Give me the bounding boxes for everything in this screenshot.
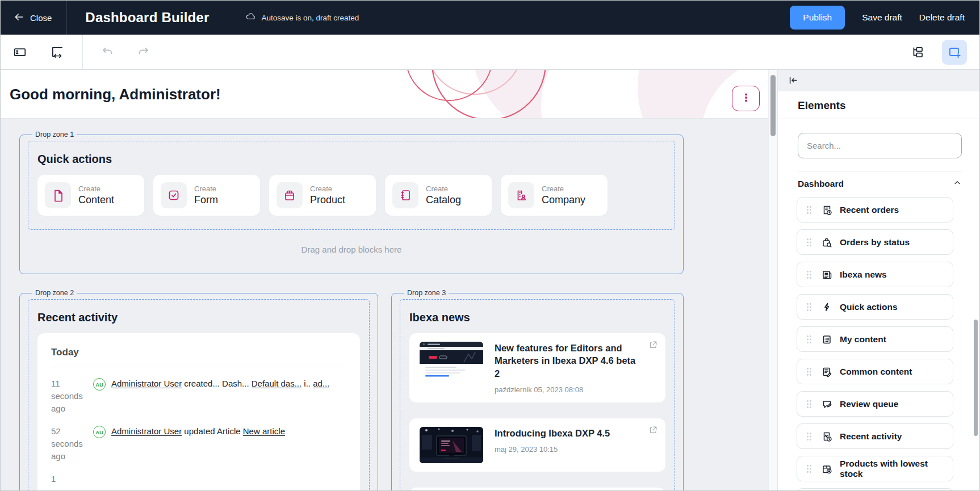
panel-resize-icon[interactable]: [46, 41, 69, 64]
element-orders-by-status[interactable]: Orders by status: [797, 229, 953, 255]
news-thumbnail: [420, 427, 483, 463]
dropzone-3[interactable]: Drop zone 3 Ibexa news New features for …: [391, 289, 684, 490]
drag-handle-icon[interactable]: [806, 238, 812, 247]
activity-entry: 52 seconds ago AU Administrator User upd…: [51, 425, 346, 463]
element-common-content[interactable]: Common content: [797, 359, 953, 384]
builder-toolbar: [1, 35, 979, 70]
news-item[interactable]: Ibexa DXP 4.4: A New Dawn for B2B Ecomme…: [409, 488, 665, 490]
undo-icon[interactable]: [97, 41, 119, 64]
news-item[interactable]: Introducing Ibexa DXP 4.5 maj 29, 2023 1…: [409, 418, 665, 472]
elements-panel: Elements Dashboard Recent orders: [777, 70, 979, 490]
create-product-card[interactable]: CreateProduct: [269, 175, 376, 216]
drag-handle-icon[interactable]: [806, 303, 812, 312]
document-clock-icon: [821, 204, 832, 216]
recent-activity-block[interactable]: Recent activity Today 11 seconds ago AU …: [28, 299, 370, 490]
dropzone-2[interactable]: Drop zone 2 Recent activity Today 11 sec…: [19, 289, 378, 490]
element-products-lowest-stock[interactable]: Products with lowest stock: [797, 456, 953, 481]
create-form-card[interactable]: CreateForm: [153, 175, 260, 216]
kebab-icon: [741, 93, 751, 104]
activity-group-label: Today: [51, 347, 346, 358]
element-review-queue[interactable]: Review queue: [797, 391, 953, 417]
add-section-icon[interactable]: [942, 40, 967, 65]
dropzones-area: Drop zone 1 Quick actions CreateContent: [1, 131, 768, 490]
section-dashboard[interactable]: Dashboard: [798, 178, 962, 190]
element-label: Orders by status: [840, 237, 910, 247]
dropzone-2-label: Drop zone 2: [32, 289, 77, 297]
drag-handle-icon[interactable]: [806, 270, 812, 279]
divider: [51, 367, 346, 367]
main-content: Good morning, Administrator! Drop zone 1…: [1, 70, 768, 490]
delete-draft-button[interactable]: Delete draft: [919, 12, 965, 23]
create-content-card[interactable]: CreateContent: [37, 175, 144, 216]
external-link-icon[interactable]: [648, 425, 658, 437]
collapse-panel-icon[interactable]: [788, 75, 799, 86]
content-link[interactable]: Default das...: [252, 379, 301, 388]
quick-actions-block[interactable]: Quick actions CreateContent: [28, 141, 675, 230]
panel-title: Elements: [778, 91, 979, 119]
element-recent-activity[interactable]: Recent activity: [797, 423, 953, 449]
element-my-content[interactable]: My content: [797, 326, 953, 352]
redo-icon[interactable]: [132, 41, 154, 64]
save-draft-button[interactable]: Save draft: [862, 12, 902, 23]
top-bar: Close Dashboard Builder Autosave is on, …: [1, 1, 979, 35]
activity-fragment: updated Article: [182, 426, 243, 436]
quick-action-cards: CreateContent CreateForm: [37, 175, 665, 216]
news-title: New features for Editors and Marketers i…: [495, 342, 640, 380]
activity-fragment: created... Dash...: [182, 379, 252, 388]
product-box-icon: [277, 182, 303, 208]
close-button[interactable]: Close: [1, 1, 67, 35]
user-link[interactable]: Administrator User: [111, 426, 182, 436]
company-building-icon: [508, 182, 534, 208]
create-label: Create: [426, 184, 461, 193]
scrollbar-thumb[interactable]: [770, 75, 776, 136]
kebab-menu-button[interactable]: [732, 86, 760, 111]
divider: [798, 171, 962, 171]
element-partial-item[interactable]: [797, 488, 953, 490]
content-link[interactable]: New article: [243, 426, 285, 436]
dropzone-1[interactable]: Drop zone 1 Quick actions CreateContent: [19, 131, 684, 274]
create-catalog-card[interactable]: CreateCatalog: [385, 175, 492, 216]
recent-activity-card: Today 11 seconds ago AU Administrator Us…: [37, 333, 360, 490]
panel-header-strip: [778, 70, 979, 91]
element-ibexa-news[interactable]: Ibexa news: [797, 262, 953, 287]
content-link[interactable]: ad...: [313, 379, 329, 388]
drag-handle-icon[interactable]: [806, 367, 812, 376]
topbar-actions: Publish Save draft Delete draft: [790, 6, 965, 30]
news-date: maj 29, 2023 10:15: [495, 445, 610, 454]
avatar: AU: [93, 426, 106, 438]
form-checkbox-icon: [161, 182, 187, 208]
document-list-icon: [821, 334, 832, 345]
divider: [778, 119, 979, 119]
create-label: Create: [310, 184, 345, 193]
drag-handle-icon[interactable]: [806, 432, 812, 441]
field-icon[interactable]: [9, 41, 31, 64]
decorative-circles: [337, 70, 768, 119]
publish-button[interactable]: Publish: [790, 6, 845, 30]
activity-clock-icon: [821, 431, 832, 442]
element-quick-actions[interactable]: Quick actions: [797, 294, 953, 320]
ibexa-news-block[interactable]: Ibexa news New features for Editors and …: [400, 299, 675, 490]
close-label: Close: [30, 13, 52, 23]
drag-handle-icon[interactable]: [806, 205, 812, 215]
main-scrollbar[interactable]: [768, 70, 777, 490]
external-link-icon[interactable]: [648, 340, 658, 352]
news-item[interactable]: New features for Editors and Marketers i…: [409, 333, 665, 402]
create-company-card[interactable]: CreateCompany: [501, 175, 608, 216]
drag-handle-icon[interactable]: [806, 464, 812, 473]
drag-handle-icon[interactable]: [806, 335, 812, 344]
activity-time: 1: [51, 473, 92, 485]
ibexa-news-title: Ibexa news: [409, 311, 665, 324]
panel-scrollbar-thumb[interactable]: [974, 320, 978, 436]
section-label: Dashboard: [798, 179, 844, 189]
dropzone-1-label: Drop zone 1: [32, 131, 77, 139]
structure-tree-icon[interactable]: [907, 41, 929, 64]
activity-time: 11 seconds ago: [51, 377, 92, 415]
user-link[interactable]: Administrator User: [111, 379, 182, 388]
search-input[interactable]: [798, 133, 962, 158]
recent-activity-title: Recent activity: [37, 311, 360, 324]
drag-handle-icon[interactable]: [806, 400, 812, 409]
toolbar-separator: [82, 35, 83, 70]
cloud-icon: [245, 11, 256, 24]
element-label: Ibexa news: [840, 270, 887, 280]
element-recent-orders[interactable]: Recent orders: [797, 197, 953, 223]
